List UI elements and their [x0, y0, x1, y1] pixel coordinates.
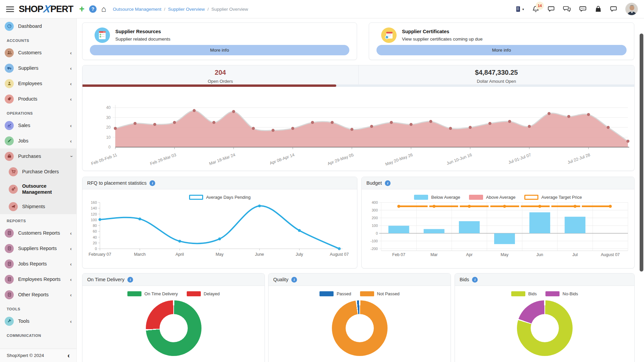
- document-checklist-icon: [95, 27, 110, 43]
- sidebar-item-dashboard[interactable]: Dashboard: [0, 18, 76, 34]
- dollar-open-value: $4,847,330.25: [475, 69, 518, 76]
- sidebar-item-label: Purchases: [18, 153, 41, 159]
- svg-text:-200: -200: [370, 247, 378, 251]
- supplier-resources-card: Supplier Resources Supplier related docu…: [82, 22, 357, 60]
- chevron-left-icon: ‹: [70, 123, 72, 128]
- chat-bubble-icon[interactable]: [547, 5, 555, 13]
- logo-pert: PERT: [50, 4, 73, 14]
- building-icon[interactable]: ▾: [515, 6, 524, 12]
- sidebar-item-employees[interactable]: Employees‹: [0, 76, 76, 91]
- legend-item-not-passed[interactable]: Not Passed: [360, 291, 400, 296]
- legend-swatch: [414, 195, 428, 200]
- sidebar-item-tools[interactable]: Tools‹: [0, 313, 76, 329]
- employees-icon: [5, 79, 14, 88]
- legend-item-on-time-delivery[interactable]: On Time Delivery: [127, 291, 178, 296]
- sidebar-item-other-reports[interactable]: Other Reports‹: [0, 287, 76, 302]
- sidebar-item-sales[interactable]: Sales‹: [0, 118, 76, 133]
- bids-legend: BidsNo-Bids: [455, 291, 634, 296]
- other-reports-icon: [5, 290, 14, 299]
- sales-icon: [5, 121, 14, 130]
- svg-text:Mar: Mar: [430, 252, 438, 257]
- svg-text:August 07: August 07: [601, 252, 620, 257]
- sidebar-item-suppliers[interactable]: Suppliers‹: [0, 60, 76, 76]
- suppliers-reports-icon: [5, 244, 14, 253]
- svg-text:Jul 01-Jul 07: Jul 01-Jul 07: [508, 153, 532, 165]
- sidebar-item-suppliers-reports[interactable]: Suppliers Reports‹: [0, 241, 76, 256]
- svg-text:July: July: [296, 252, 303, 257]
- legend-item-average-days-pending[interactable]: Average Days Pending: [189, 195, 251, 200]
- sidebar-collapse-icon[interactable]: ‹: [67, 352, 70, 359]
- dollar-open-stat: $4,847,330.25 Dollar Amount Open: [358, 65, 635, 84]
- bids-card: Bids i BidsNo-Bids: [455, 273, 635, 362]
- breadcrumb-link-supplier-overview[interactable]: Supplier Overview: [168, 7, 205, 12]
- sidebar-item-shipments[interactable]: Shipments: [0, 199, 76, 214]
- info-icon[interactable]: i: [472, 277, 478, 283]
- chat-dots-icon[interactable]: [579, 5, 587, 13]
- more-info-button[interactable]: More info: [376, 45, 627, 55]
- on-time-delivery-title: On Time Delivery: [87, 277, 124, 282]
- legend-item-average-target-price[interactable]: Average Target Price: [524, 195, 582, 200]
- chat-bubble-icon[interactable]: [610, 5, 617, 13]
- chevron-left-icon: ‹: [70, 230, 72, 236]
- legend-item-delayed[interactable]: Delayed: [187, 291, 220, 296]
- legend-label: Above Average: [486, 195, 516, 200]
- open-orders-stat: 204 Open Orders: [82, 65, 358, 84]
- bell-icon[interactable]: 14: [532, 5, 539, 13]
- sidebar-item-jobs-reports[interactable]: Jobs Reports‹: [0, 256, 76, 272]
- customers-icon: [5, 48, 14, 57]
- plus-icon[interactable]: +: [79, 4, 84, 14]
- info-icon[interactable]: i: [385, 180, 391, 186]
- svg-text:200: 200: [372, 216, 378, 220]
- svg-text:100: 100: [91, 218, 97, 222]
- sidebar-item-label: Shipments: [22, 203, 45, 209]
- sidebar-item-label: Other Reports: [18, 292, 49, 298]
- legend-item-passed[interactable]: Passed: [319, 291, 351, 296]
- legend-item-above-average[interactable]: Above Average: [469, 195, 516, 200]
- shipments-icon: [9, 202, 18, 211]
- svg-text:Feb 05-Feb 11: Feb 05-Feb 11: [91, 153, 118, 166]
- legend-item-no-bids[interactable]: No-Bids: [545, 291, 578, 296]
- on-time-delivery-legend: On Time DeliveryDelayed: [82, 291, 265, 296]
- sidebar-item-jobs[interactable]: Jobs‹: [0, 133, 76, 148]
- svg-text:Apr 08-Apr 14: Apr 08-Apr 14: [269, 153, 295, 166]
- legend-swatch: [524, 195, 538, 200]
- sidebar-item-purchase-orders[interactable]: Purchase Orders: [0, 164, 76, 179]
- sidebar-item-customers[interactable]: Customers‹: [0, 45, 76, 60]
- breadcrumb-current: Supplier Overview: [211, 7, 248, 12]
- chevron-left-icon: ‹: [70, 318, 72, 324]
- group-chat-icon[interactable]: [563, 5, 571, 13]
- info-icon[interactable]: i: [291, 277, 297, 283]
- navbar-left: SHOPXPERT + ? ⌂ Outsource Management / S…: [6, 3, 248, 15]
- top-navbar: SHOPXPERT + ? ⌂ Outsource Management / S…: [0, 0, 644, 18]
- menu-icon[interactable]: [6, 5, 14, 13]
- avatar[interactable]: [625, 3, 638, 15]
- info-icon[interactable]: i: [150, 180, 155, 186]
- vertical-scrollbar[interactable]: [640, 34, 643, 272]
- sidebar-item-employees-reports[interactable]: Employees Reports‹: [0, 272, 76, 287]
- quality-header: Quality i: [269, 274, 451, 286]
- breadcrumb-link-outsource-management[interactable]: Outsource Management: [113, 7, 162, 12]
- app-logo[interactable]: SHOPXPERT: [19, 3, 73, 15]
- home-icon[interactable]: ⌂: [101, 5, 106, 13]
- sidebar-item-products[interactable]: Products‹: [0, 91, 76, 107]
- dashboard-icon: [5, 22, 14, 31]
- legend-item-below-average[interactable]: Below Average: [414, 195, 460, 200]
- legend-label: Bids: [528, 291, 537, 296]
- outsource-management-icon: [9, 185, 18, 194]
- help-icon[interactable]: ?: [89, 5, 97, 13]
- more-info-button[interactable]: More info: [90, 45, 349, 55]
- svg-text:40: 40: [93, 235, 97, 239]
- rfq-statistics-card: RFQ to placement statistics i Average Da…: [82, 177, 357, 268]
- svg-text:30: 30: [106, 115, 111, 120]
- budget-legend: Below AverageAbove AverageAverage Target…: [362, 195, 634, 200]
- legend-item-bids[interactable]: Bids: [511, 291, 537, 296]
- quality-donut-chart: [332, 300, 388, 356]
- bag-icon[interactable]: [595, 5, 602, 13]
- info-icon[interactable]: i: [127, 277, 133, 283]
- sidebar-item-customers-reports[interactable]: Customers Reports‹: [0, 225, 76, 241]
- legend-swatch: [187, 291, 201, 296]
- svg-text:May 20-May 26: May 20-May 26: [385, 153, 413, 167]
- sidebar-item-label: Purchase Orders: [22, 169, 59, 175]
- sidebar-item-outsource-management[interactable]: Outsource Management: [0, 179, 76, 199]
- sidebar-item-purchases[interactable]: Purchases‹: [0, 148, 76, 164]
